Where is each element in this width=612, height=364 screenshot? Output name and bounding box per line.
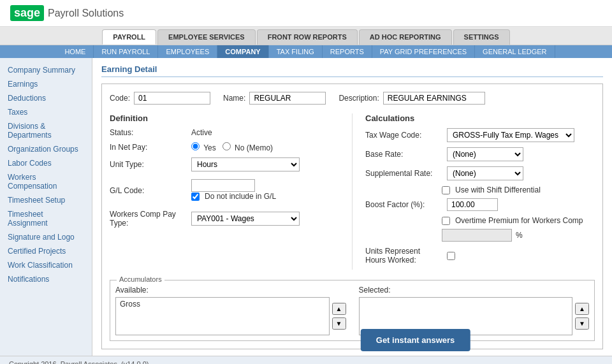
scroll-up-available[interactable]: ▲: [332, 303, 346, 315]
base-rate-select[interactable]: (None) Regular Rate Other: [447, 147, 523, 161]
page-title: Earning Detail: [101, 64, 603, 77]
code-input[interactable]: [134, 92, 210, 105]
overtime-premium-label: Overtime Premium for Workers Comp: [455, 216, 583, 225]
nav-tab-payroll[interactable]: PAYROLL: [102, 29, 156, 45]
calculations-column: Calculations Tax Wage Code: GROSS-Fully …: [352, 113, 595, 270]
in-net-pay-label: In Net Pay:: [110, 143, 186, 152]
name-field-group: Name:: [223, 92, 326, 105]
scroll-down-available[interactable]: ▼: [332, 317, 346, 330]
sub-nav-employees[interactable]: EMPLOYEES: [158, 45, 217, 58]
no-memo-radio-label[interactable]: No (Memo): [222, 142, 273, 152]
sidebar-item-labor_codes[interactable]: Labor Codes: [0, 156, 92, 170]
available-item-gross[interactable]: Gross: [117, 299, 328, 309]
sub-nav-home[interactable]: HOME: [57, 45, 94, 58]
sub-nav-reports[interactable]: REPORTS: [323, 45, 372, 58]
calculations-title: Calculations: [365, 113, 595, 123]
pct-input[interactable]: [442, 229, 512, 242]
supplemental-rate-label: Supplemental Rate:: [365, 169, 442, 178]
definition-column: Definition Status: Active In Net Pay: Ye…: [110, 113, 352, 270]
gl-code-input[interactable]: [191, 179, 255, 192]
sub-nav-pay_grid_preferences[interactable]: PAY GRID PREFERENCES: [372, 45, 475, 58]
base-rate-row: Base Rate: (None) Regular Rate Other: [365, 147, 595, 161]
sidebar-item-workers_compensation[interactable]: Workers Compensation: [0, 170, 92, 193]
code-name-desc-row: Code: Name: Description:: [110, 92, 595, 105]
sidebar: Company SummaryEarningsDeductionsTaxesDi…: [0, 58, 92, 356]
gl-code-label: G/L Code:: [110, 186, 186, 195]
app-name: Payroll Solutions: [48, 8, 124, 19]
do-not-include-checkbox[interactable]: [191, 193, 200, 201]
sidebar-item-notifications[interactable]: Notifications: [0, 272, 92, 286]
accumulators-panel: Accumulators Available: Gross ▲ ▼: [110, 280, 595, 341]
tax-wage-code-select[interactable]: GROSS-Fully Tax Emp. Wages None Other: [447, 128, 574, 142]
scroll-up-selected[interactable]: ▲: [575, 303, 589, 315]
units-hours-checkbox[interactable]: [447, 252, 455, 260]
logo: sage Payroll Solutions: [10, 5, 124, 21]
copyright-text: Copyright 2016, Payroll Associates. (v14…: [9, 360, 603, 364]
do-not-include-row: Do not include in G/L: [191, 192, 276, 201]
sidebar-item-deductions[interactable]: Deductions: [0, 91, 92, 105]
yes-radio[interactable]: [191, 142, 200, 150]
description-label: Description:: [339, 94, 379, 103]
chat-button-container: Get instant answers: [361, 329, 470, 351]
code-label: Code:: [110, 94, 130, 103]
no-memo-radio[interactable]: [222, 142, 231, 150]
boost-factor-label: Boost Factor (%):: [365, 200, 442, 209]
earning-detail-panel: Code: Name: Description: Definition: [101, 84, 603, 349]
use-shift-diff-label: Use with Shift Differential: [455, 186, 541, 194]
base-rate-label: Base Rate:: [365, 150, 442, 159]
nav-tab-employee_services[interactable]: EMPLOYEE SERVICES: [157, 29, 256, 45]
chat-button[interactable]: Get instant answers: [361, 329, 470, 351]
use-shift-diff-checkbox[interactable]: [442, 186, 450, 194]
sidebar-item-timesheet_assignment[interactable]: Timesheet Assignment: [0, 207, 92, 230]
sidebar-item-taxes[interactable]: Taxes: [0, 105, 92, 119]
sub-nav-company[interactable]: COMPANY: [217, 45, 268, 58]
pct-row: %: [442, 229, 595, 242]
sub-nav-run_payroll[interactable]: RUN PAYROLL: [94, 45, 158, 58]
selected-label: Selected:: [359, 286, 590, 295]
nav-tab-front_row_reports[interactable]: FRONT ROW REPORTS: [257, 29, 358, 45]
available-listbox[interactable]: Gross: [115, 297, 330, 335]
sub-nav: HOMERUN PAYROLLEMPLOYEESCOMPANYTAX FILIN…: [0, 45, 612, 58]
sub-nav-general_ledger[interactable]: GENERAL LEDGER: [475, 45, 555, 58]
sidebar-item-divisions_departments[interactable]: Divisions & Departments: [0, 119, 92, 142]
boost-factor-row: Boost Factor (%):: [365, 198, 595, 211]
content-area: Earning Detail Code: Name: Description:: [92, 58, 612, 356]
sub-nav-tax_filing[interactable]: TAX FILING: [269, 45, 323, 58]
footer: Copyright 2016, Payroll Associates. (v14…: [0, 356, 612, 364]
overtime-premium-checkbox[interactable]: [442, 217, 450, 225]
pct-symbol: %: [516, 231, 523, 240]
scroll-down-selected[interactable]: ▼: [575, 317, 589, 330]
sidebar-item-certified_projects[interactable]: Certified Projects: [0, 244, 92, 258]
description-input[interactable]: [383, 92, 485, 105]
workers-comp-label: Workers Comp Pay Type:: [110, 210, 186, 228]
yes-radio-label[interactable]: Yes: [191, 142, 216, 152]
supplemental-rate-select[interactable]: (None) Rate 1 Rate 2: [447, 166, 523, 180]
name-input[interactable]: [249, 92, 326, 105]
workers-comp-select[interactable]: PAY001 - Wages PAY002 - Other: [191, 212, 300, 226]
sidebar-item-work_classification[interactable]: Work Classification: [0, 258, 92, 272]
sidebar-item-timesheet_setup[interactable]: Timesheet Setup: [0, 193, 92, 207]
unit-type-select[interactable]: Hours Units Dollars: [191, 157, 300, 171]
in-net-pay-radio-group: Yes No (Memo): [191, 142, 273, 152]
name-label: Name:: [223, 94, 245, 103]
supplemental-rate-row: Supplemental Rate: (None) Rate 1 Rate 2: [365, 166, 595, 180]
nav-tab-ad_hoc_reporting[interactable]: AD HOC REPORTING: [359, 29, 452, 45]
sidebar-item-company_summary[interactable]: Company Summary: [0, 63, 92, 77]
in-net-pay-row: In Net Pay: Yes No (Memo): [110, 142, 339, 152]
unit-type-label: Unit Type:: [110, 160, 186, 169]
sidebar-item-signature_and_logo[interactable]: Signature and Logo: [0, 230, 92, 244]
accumulators-row: Available: Gross ▲ ▼ Selected:: [115, 286, 589, 335]
units-hours-label: Units Represent Hours Worked:: [365, 247, 442, 265]
unit-type-row: Unit Type: Hours Units Dollars: [110, 157, 339, 171]
sidebar-item-organization_groups[interactable]: Organization Groups: [0, 142, 92, 156]
gl-code-row: G/L Code: Do not include in G/L: [110, 177, 339, 205]
workers-comp-row: Workers Comp Pay Type: PAY001 - Wages PA…: [110, 210, 339, 228]
sidebar-item-earnings[interactable]: Earnings: [0, 77, 92, 91]
main-nav: PAYROLLEMPLOYEE SERVICESFRONT ROW REPORT…: [0, 27, 612, 45]
nav-tab-settings[interactable]: SETTINGS: [453, 29, 510, 45]
boost-factor-input[interactable]: [447, 198, 498, 211]
no-memo-label: No (Memo): [235, 143, 273, 152]
available-col: Available: Gross ▲ ▼: [115, 286, 346, 335]
accumulators-legend: Accumulators: [117, 275, 164, 283]
selected-col: Selected: ▲ ▼: [359, 286, 590, 335]
